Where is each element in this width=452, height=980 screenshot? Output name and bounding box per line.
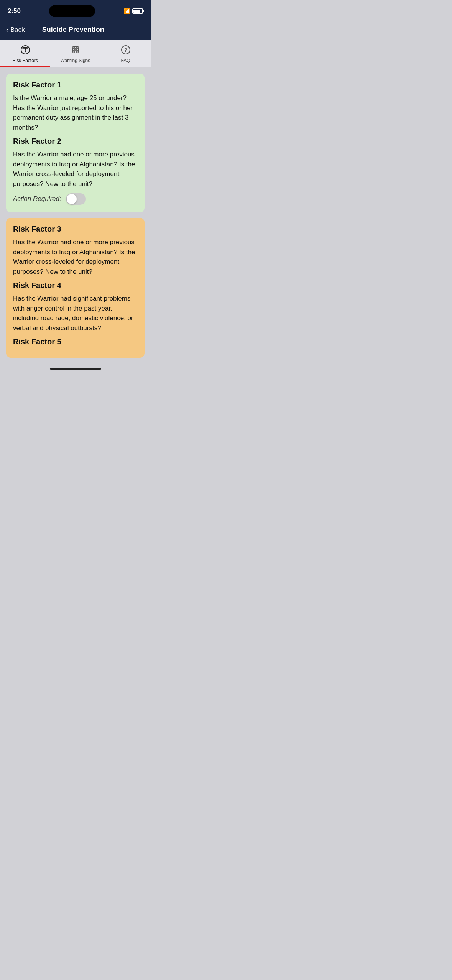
status-icons: 📶	[123, 8, 143, 14]
tab-faq[interactable]: ? FAQ	[100, 40, 151, 67]
warning-signs-icon	[71, 45, 81, 56]
action-required-toggle[interactable]	[66, 193, 86, 205]
status-time: 2:50	[8, 7, 21, 15]
main-content: Risk Factor 1 Is the Warrior a male, age…	[0, 67, 151, 364]
risk-factor-2-text: Has the Warrior had one or more previous…	[13, 150, 138, 189]
tab-risk-factors-label: Risk Factors	[12, 58, 38, 63]
home-indicator	[0, 364, 151, 377]
toggle-knob	[67, 194, 77, 204]
card-green: Risk Factor 1 Is the Warrior a male, age…	[6, 74, 145, 212]
battery-fill	[133, 10, 140, 13]
risk-factor-3-title: Risk Factor 3	[13, 225, 138, 233]
status-bar: 2:50 📶	[0, 0, 151, 21]
tab-warning-signs-label: Warning Signs	[61, 58, 90, 63]
risk-factor-5-title: Risk Factor 5	[13, 337, 138, 346]
svg-point-4	[25, 51, 25, 52]
tab-faq-label: FAQ	[121, 58, 130, 63]
svg-text:?: ?	[124, 47, 127, 53]
home-bar	[50, 368, 101, 370]
nav-title: Suicide Prevention	[25, 26, 122, 34]
risk-factor-1-title: Risk Factor 1	[13, 81, 138, 89]
risk-factors-icon	[20, 45, 30, 56]
risk-factor-1-text: Is the Warrior a male, age 25 or under? …	[13, 93, 138, 132]
battery-icon	[132, 8, 143, 14]
back-button[interactable]: ‹ Back	[6, 25, 25, 34]
card-orange: Risk Factor 3 Has the Warrior had one or…	[6, 218, 145, 358]
nav-bar: ‹ Back Suicide Prevention	[0, 21, 151, 40]
back-label: Back	[10, 26, 25, 34]
risk-factor-3-text: Has the Warrior had one or more previous…	[13, 237, 138, 276]
risk-factor-2-title: Risk Factor 2	[13, 137, 138, 146]
faq-icon: ?	[121, 45, 131, 56]
tab-bar: Risk Factors Warning Signs ? FAQ	[0, 40, 151, 67]
wifi-icon: 📶	[123, 8, 130, 14]
dynamic-island	[49, 5, 95, 17]
action-required-row: Action Required:	[13, 193, 138, 205]
action-required-label: Action Required:	[13, 195, 61, 203]
risk-factor-4-title: Risk Factor 4	[13, 281, 138, 290]
tab-warning-signs[interactable]: Warning Signs	[50, 40, 100, 67]
risk-factor-4-text: Has the Warrior had significant problems…	[13, 294, 138, 333]
back-chevron-icon: ‹	[6, 25, 9, 34]
tab-risk-factors[interactable]: Risk Factors	[0, 40, 50, 67]
